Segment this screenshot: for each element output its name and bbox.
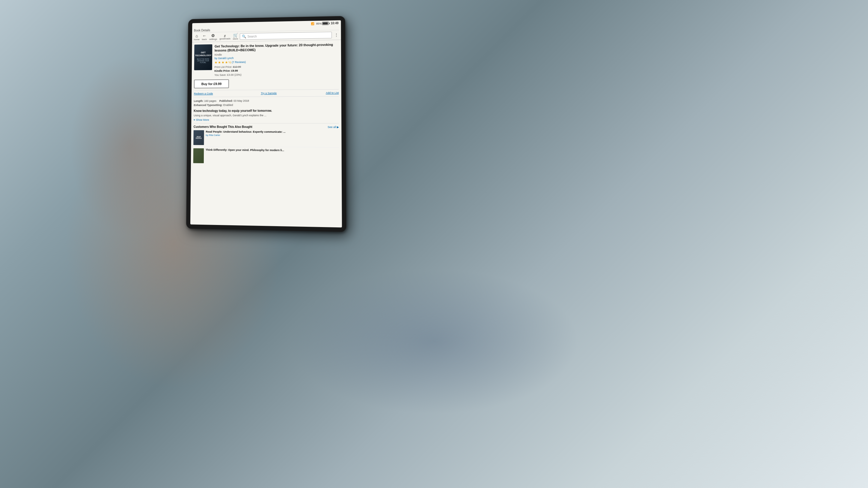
settings-label: settings — [209, 38, 217, 40]
reco-title-2: Think Differently: Open your mind. Philo… — [206, 149, 339, 153]
review-count[interactable]: (7 Reviews) — [232, 61, 246, 64]
reco-cover-text-1: READ PEOPLE — [193, 135, 204, 140]
pricing-info: Print List Price: £12.99 Kindle Price: £… — [214, 64, 339, 77]
star-3: ★ — [221, 61, 224, 64]
background-overlay — [0, 0, 868, 488]
book-info: Get Technology: Be in the know. Upgrade … — [214, 42, 339, 77]
nav-store-button[interactable]: 🛒 store — [233, 33, 238, 40]
rating-stars: ★ ★ ★ ★ ½ (7 Reviews) — [215, 59, 339, 64]
recommendation-item[interactable]: READ PEOPLE Read People: Understand beha… — [193, 130, 339, 148]
kindle-device: 📶 85% 10:49 Book Details ⌂ home — [186, 16, 346, 232]
top-nav: Book Details ⌂ home ← back ⚙ — [192, 26, 341, 42]
nav-settings-button[interactable]: ⚙ settings — [209, 34, 217, 41]
book-content: GET TECHNOLOGY BE IN THE KNOW. UPGRADE Y… — [190, 40, 342, 227]
clock: 10:49 — [331, 22, 338, 25]
reco-cover-2 — [193, 148, 204, 163]
kindle-price-label: Kindle Price: — [214, 69, 230, 72]
recommendations-section: Customers Who Bought This Also Bought Se… — [193, 123, 339, 164]
kindle-price: £9.99 — [231, 69, 238, 72]
reco-info-2: Think Differently: Open your mind. Philo… — [206, 149, 339, 164]
buy-button[interactable]: Buy for £9.99 — [194, 79, 229, 88]
typesetting-label: Enhanced Typesetting: — [194, 104, 222, 107]
battery-fill — [323, 22, 328, 24]
buy-button-wrapper: Buy for £9.99 — [194, 78, 339, 88]
goodreads-icon: 𝑔 — [224, 34, 226, 37]
cover-subtitle: BE IN THE KNOW. UPGRADE YOUR FUTURE. — [196, 58, 211, 63]
star-2: ★ — [218, 61, 221, 64]
nav-back-button[interactable]: ← back — [202, 34, 207, 41]
book-header: GET TECHNOLOGY BE IN THE KNOW. UPGRADE Y… — [194, 42, 339, 77]
wifi-icon: 📶 — [311, 22, 314, 25]
back-icon: ← — [202, 34, 207, 38]
redeem-code-link[interactable]: Redeem a Code — [194, 92, 213, 95]
star-4: ★ — [225, 61, 228, 64]
cover-title: GET TECHNOLOGY — [195, 51, 212, 57]
book-cover-image: GET TECHNOLOGY BE IN THE KNOW. UPGRADE Y… — [194, 44, 213, 70]
goodreads-label: goodreads — [219, 37, 230, 40]
recommendation-item-2[interactable]: Think Differently: Open your mind. Philo… — [193, 148, 339, 164]
search-placeholder: Search — [248, 35, 257, 38]
back-label: back — [202, 38, 207, 41]
battery-indicator: 85% — [316, 22, 329, 25]
show-more-button[interactable]: ▾ Show More — [194, 118, 339, 121]
recommendations-header: Customers Who Bought This Also Bought Se… — [194, 125, 339, 129]
settings-icon: ⚙ — [211, 34, 215, 38]
book-description-bold: Know technology today, to equip yourself… — [194, 109, 339, 112]
store-label: store — [233, 37, 238, 40]
book-title: Get Technology: Be in the know. Upgrade … — [215, 42, 339, 53]
search-icon: 🔍 — [242, 34, 246, 39]
nav-home-button[interactable]: ⌂ home — [194, 34, 199, 41]
star-half: ½ — [228, 61, 231, 64]
store-icon: 🛒 — [233, 33, 238, 37]
home-label: home — [194, 38, 199, 41]
typesetting-value: Enabled — [223, 104, 233, 107]
book-description: Using a unique, visual approach, Gerald … — [194, 113, 339, 117]
published-label: Published: — [219, 99, 233, 102]
home-icon: ⌂ — [195, 34, 198, 38]
print-price-label: Print List Price: — [214, 65, 232, 68]
length-value: 160 pages — [204, 99, 216, 102]
reco-author-1: by Rita Carter — [206, 134, 339, 137]
length-label: Length: — [194, 99, 204, 102]
battery-percent: 85% — [316, 22, 321, 25]
reco-cover-1: READ PEOPLE — [193, 130, 204, 145]
nav-goodreads-button[interactable]: 𝑔 goodreads — [219, 34, 230, 40]
book-metadata: Length: 160 pages Published: 03 May 2018… — [194, 98, 339, 107]
try-sample-link[interactable]: Try a Sample — [261, 92, 277, 95]
reco-title-1: Read People: Understand behaviour. Exper… — [206, 130, 339, 134]
kindle-screen: 📶 85% 10:49 Book Details ⌂ home — [190, 20, 342, 228]
save-label: You Save: — [214, 73, 226, 76]
search-box[interactable]: 🔍 Search — [240, 32, 332, 40]
add-to-list-link[interactable]: Add to List — [326, 91, 339, 94]
see-all-link[interactable]: See all ▶ — [328, 126, 339, 129]
more-menu-button[interactable]: ⋮ — [334, 33, 339, 37]
battery-icon — [322, 22, 329, 25]
reco-info-1: Read People: Understand behaviour. Exper… — [206, 130, 339, 145]
action-links: Redeem a Code Try a Sample Add to List — [194, 89, 339, 97]
print-price: £12.99 — [233, 65, 241, 68]
star-1: ★ — [215, 61, 218, 64]
nav-left-group: ⌂ home ← back ⚙ settings 𝑔 — [194, 33, 238, 41]
published-value: 03 May 2018 — [234, 99, 249, 102]
recommendations-title: Customers Who Bought This Also Bought — [194, 125, 252, 129]
save-amount: £3.00 (23%) — [227, 73, 241, 76]
